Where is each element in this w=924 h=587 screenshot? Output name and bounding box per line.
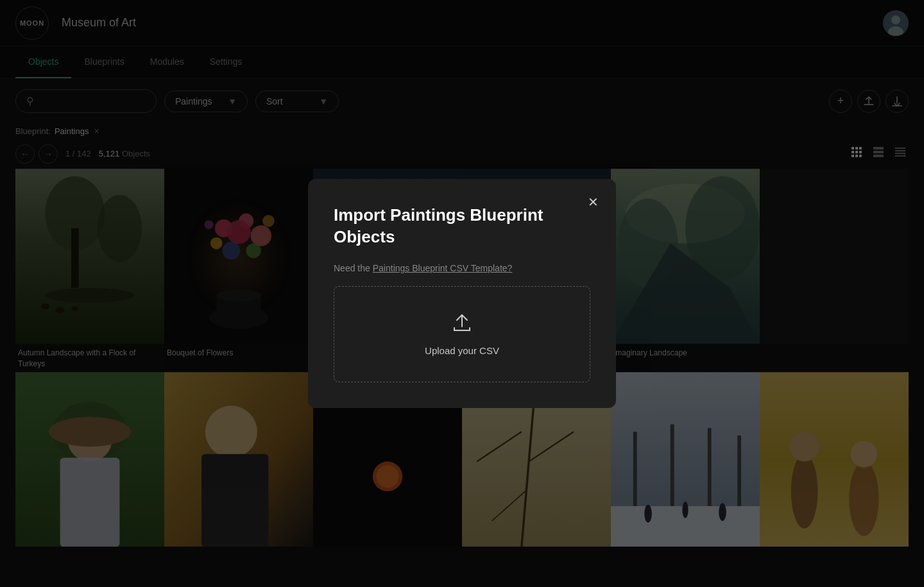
import-modal: ✕ Import Paintings Blueprint Objects Nee… (308, 179, 616, 409)
upload-icon (452, 312, 472, 337)
upload-area[interactable]: Upload your CSV (334, 286, 590, 382)
modal-title: Import Paintings Blueprint Objects (334, 205, 590, 248)
upload-label: Upload your CSV (425, 345, 499, 356)
modal-close-button[interactable]: ✕ (583, 192, 603, 212)
modal-overlay[interactable]: ✕ Import Paintings Blueprint Objects Nee… (0, 0, 924, 587)
csv-template-link[interactable]: Paintings Blueprint CSV Template? (373, 263, 513, 273)
modal-subtitle: Need the Paintings Blueprint CSV Templat… (334, 263, 590, 273)
